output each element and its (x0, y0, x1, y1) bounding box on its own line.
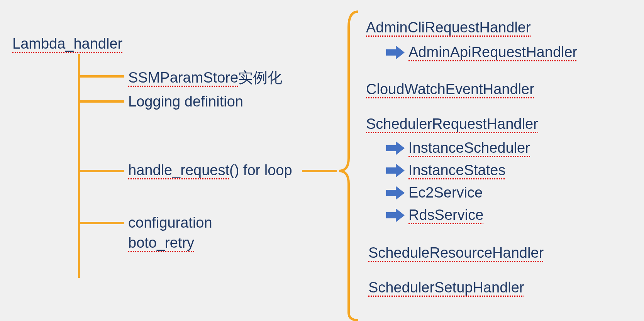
handler-3-child-1: InstanceScheduler (408, 140, 530, 156)
arrow-icon (386, 186, 405, 200)
handler-3-child-2-text: InstanceStates (408, 162, 505, 179)
tree-item-1-plain: 实例化 (238, 69, 282, 86)
branch-line-4 (78, 222, 124, 224)
arrow-icon (386, 46, 405, 59)
handler-1: AdminCliRequestHandler (366, 19, 531, 36)
tree-item-3-spell: handle_request (128, 162, 229, 179)
handler-3-child-2: InstanceStates (408, 162, 505, 179)
tree-item-4-text: configuration (128, 215, 212, 231)
handler-3-child-3-text: Ec2Service (408, 184, 483, 201)
tree-item-1: SSMParamStore实例化 (128, 68, 282, 88)
branch-line-1 (78, 75, 124, 78)
tree-item-5: boto_retry (128, 235, 194, 251)
root-title-text: Lambda_handler (12, 35, 122, 53)
handler-5-text: SchedulerSetupHandler (368, 279, 524, 297)
tree-item-2-text: Logging definition (128, 93, 243, 110)
tree-item-3: handle_request() for loop (128, 162, 292, 179)
tree-item-4: configuration (128, 215, 212, 231)
handler-4-text: ScheduleResourceHandler (368, 245, 544, 262)
tree-item-2: Logging definition (128, 93, 243, 110)
handler-1-child-1: AdminApiRequestHandler (408, 44, 577, 61)
tree-vertical-line (78, 54, 80, 278)
arrow-icon (386, 164, 405, 177)
handler-3: SchedulerRequestHandler (366, 116, 538, 132)
handler-3-child-1-text: InstanceScheduler (408, 140, 530, 157)
tree-item-1-spell: SSMParamStore (128, 69, 238, 87)
handler-2: CloudWatchEventHandler (366, 81, 534, 98)
handler-3-child-4: RdsService (408, 207, 483, 223)
handler-1-text: AdminCliRequestHandler (366, 19, 531, 37)
handler-3-child-3: Ec2Service (408, 184, 483, 201)
connector-line (302, 170, 337, 172)
branch-line-3 (78, 170, 124, 172)
handler-5: SchedulerSetupHandler (368, 279, 524, 296)
tree-item-3-plain: () for loop (229, 162, 292, 178)
arrow-icon (386, 141, 405, 155)
root-title: Lambda_handler (12, 35, 122, 52)
handler-2-text: CloudWatchEventHandler (366, 81, 534, 98)
handler-4: ScheduleResourceHandler (368, 245, 544, 261)
handler-3-child-4-text: RdsService (408, 207, 483, 224)
branch-line-2 (78, 100, 124, 103)
arrow-icon (386, 208, 405, 222)
curly-bracket (335, 8, 362, 321)
tree-item-5-text: boto_retry (128, 235, 194, 252)
handler-1-child-1-text: AdminApiRequestHandler (408, 44, 577, 61)
handler-3-text: SchedulerRequestHandler (366, 116, 538, 133)
